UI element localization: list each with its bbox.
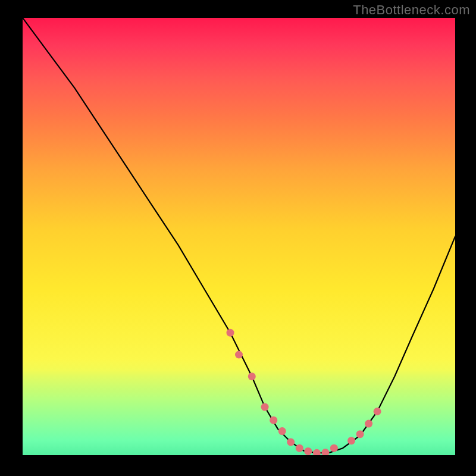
highlight-marker: [313, 449, 321, 455]
bottleneck-curve-path: [23, 18, 455, 453]
highlight-marker: [321, 449, 329, 455]
highlight-marker: [304, 447, 312, 455]
bottleneck-curve-svg: [23, 18, 455, 455]
highlight-marker: [374, 408, 381, 415]
highlight-marker: [278, 427, 286, 435]
highlight-marker: [261, 403, 269, 411]
highlight-marker: [365, 420, 372, 428]
highlight-marker: [356, 430, 364, 438]
highlight-marker: [248, 372, 256, 380]
highlight-marker: [330, 444, 338, 452]
highlight-marker: [296, 444, 303, 452]
highlight-marker: [270, 416, 277, 424]
plot-area: [23, 18, 455, 455]
highlight-marker: [347, 437, 355, 444]
highlight-marker: [287, 439, 295, 446]
highlight-markers-group: [227, 329, 381, 455]
highlight-marker: [235, 351, 243, 359]
watermark-text: TheBottleneck.com: [353, 2, 470, 18]
highlight-marker: [227, 329, 234, 337]
chart-frame: TheBottleneck.com: [0, 0, 476, 476]
